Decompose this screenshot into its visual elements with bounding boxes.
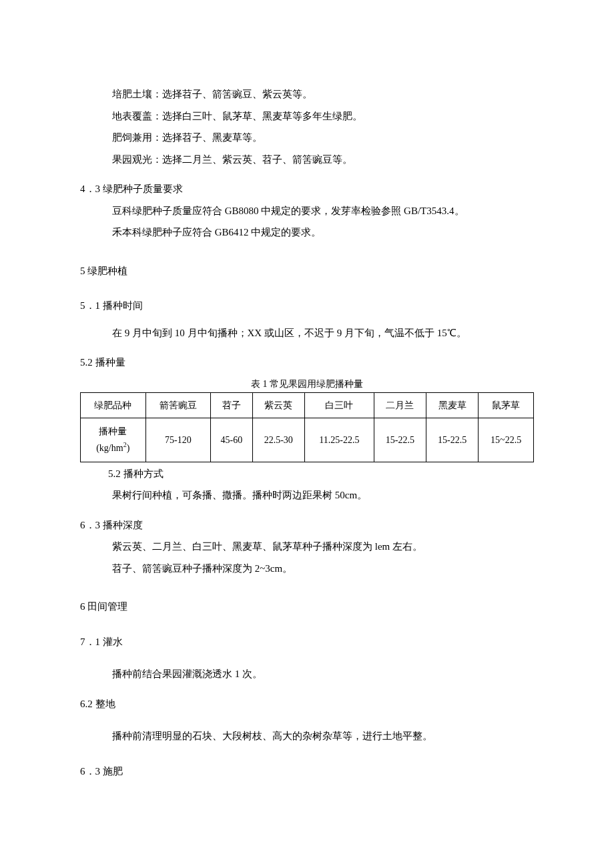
paragraph: 豆科绿肥种子质量应符合 GB8080 中规定的要求，发芽率检验参照 GB/T35… [80,203,534,219]
heading-5: 5 绿肥种植 [80,264,534,279]
table-header-row: 绿肥品种 箭筈豌豆 苕子 紫云英 白三叶 二月兰 黑麦草 鼠茅草 [81,392,534,418]
heading-7-1: 7．1 灌水 [80,634,534,650]
table-row-label: 播种量 (kg/hm2) [81,418,146,462]
table-cell: 15~22.5 [479,418,534,462]
table-header-cell: 苕子 [211,392,253,418]
row-label-line2a: (kg/hm [96,443,123,453]
heading-6: 6 田间管理 [80,599,534,614]
paragraph: 地表覆盖：选择白三叶、鼠茅草、黑麦草等多年生绿肥。 [80,109,534,124]
table-cell: 11.25-22.5 [304,418,374,462]
table-cell: 15-22.5 [426,418,479,462]
paragraph: 在 9 月中旬到 10 月中旬播种；XX 或山区，不迟于 9 月下旬，气温不低于… [80,326,534,341]
table-header-cell: 二月兰 [374,392,426,418]
heading-6-3-depth: 6．3 播种深度 [80,518,534,533]
paragraph: 播种前结合果园灌溉浇透水 1 次。 [80,667,534,682]
paragraph: 培肥土壤：选择苕子、箭筈豌豆、紫云英等。 [80,87,534,102]
heading-6-2: 6.2 整地 [80,697,534,712]
table-cell: 45-60 [211,418,253,462]
paragraph: 苕子、箭筈豌豆种子播种深度为 2~3cm。 [80,561,534,576]
paragraph: 紫云英、二月兰、白三叶、黑麦草、鼠茅草种子播种深度为 lem 左右。 [80,539,534,554]
row-label-line2b: ) [127,443,130,453]
table-header-cell: 箭筈豌豆 [145,392,211,418]
table-header-cell: 紫云英 [252,392,304,418]
heading-5-1: 5．1 播种时间 [80,298,534,314]
table-header-cell: 绿肥品种 [81,392,146,418]
row-label-line1: 播种量 [99,426,127,436]
paragraph: 禾本科绿肥种子应符合 GB6412 中规定的要求。 [80,225,534,240]
table-cell: 75-120 [145,418,211,462]
table-header-cell: 鼠茅草 [479,392,534,418]
heading-5-2-method: 5.2 播种方式 [80,466,534,482]
heading-4-3: 4．3 绿肥种子质量要求 [80,181,534,197]
heading-6-3-fert: 6．3 施肥 [80,764,534,779]
paragraph: 播种前清理明显的石块、大段树枝、高大的杂树杂草等，进行土地平整。 [80,729,534,744]
table-header-cell: 白三叶 [304,392,374,418]
table-cell: 15-22.5 [374,418,426,462]
table-caption: 表 1 常见果园用绿肥播种量 [80,377,534,391]
document-page: 培肥土壤：选择苕子、箭筈豌豆、紫云英等。 地表覆盖：选择白三叶、鼠茅草、黑麦草等… [0,0,614,831]
heading-5-2-qty: 5.2 播种量 [80,355,534,370]
table-row: 播种量 (kg/hm2) 75-120 45-60 22.5-30 11.25-… [81,418,534,462]
table-cell: 22.5-30 [252,418,304,462]
table-header-cell: 黑麦草 [426,392,479,418]
paragraph: 肥饲兼用：选择苕子、黑麦草等。 [80,130,534,145]
seeding-rate-table: 绿肥品种 箭筈豌豆 苕子 紫云英 白三叶 二月兰 黑麦草 鼠茅草 播种量 (kg… [80,392,534,462]
paragraph: 果园观光：选择二月兰、紫云英、苕子、箭筈豌豆等。 [80,152,534,167]
paragraph: 果树行间种植，可条播、撒播。播种时两边距果树 50cm。 [80,488,534,503]
